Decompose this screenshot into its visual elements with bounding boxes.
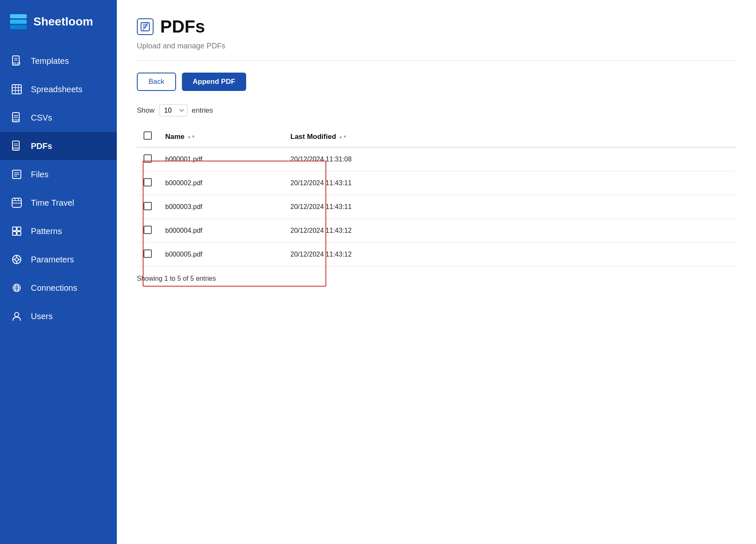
row-checkbox-2[interactable] (144, 202, 152, 210)
sidebar-item-csvs[interactable]: CSV CSVs (0, 103, 117, 132)
append-pdf-button[interactable]: Append PDF (182, 73, 246, 91)
parameters-icon (10, 253, 23, 266)
row-checkbox-cell (137, 195, 159, 219)
svg-rect-32 (17, 232, 21, 235)
page-subtitle: Upload and manage PDFs (137, 42, 736, 50)
sidebar-item-time-travel[interactable]: Time Travel (0, 189, 117, 217)
row-checkbox-0[interactable] (144, 154, 152, 163)
header-modified: Last Modified ▲▼ (284, 126, 736, 147)
sidebar-item-pdfs[interactable]: PDF PDFs (0, 132, 117, 160)
connections-icon (10, 281, 23, 295)
svg-rect-2 (10, 25, 27, 29)
row-name-0: b000001.pdf (159, 147, 284, 171)
sidebar-item-pdfs-label: PDFs (31, 141, 52, 151)
svg-point-34 (15, 258, 18, 261)
sidebar-item-parameters[interactable]: Parameters (0, 245, 117, 274)
svg-text:XLSX: XLSX (13, 62, 21, 65)
row-modified-1: 20/12/2024 11:43:11 (284, 171, 736, 195)
sidebar-item-files[interactable]: Files (0, 160, 117, 189)
pdf-table-wrapper: Name ▲▼ Last Modified ▲▼ (137, 126, 736, 267)
sidebar-item-users-label: Users (31, 312, 53, 321)
show-entries-control: Show 10 25 50 100 entries (137, 104, 736, 116)
sidebar-item-patterns-label: Patterns (31, 227, 62, 236)
sidebar-item-connections[interactable]: Connections (0, 274, 117, 302)
main-content: PDFs Upload and manage PDFs Back Append … (117, 0, 756, 544)
row-checkbox-cell (137, 219, 159, 243)
svg-point-43 (15, 312, 19, 317)
table-header-row: Name ▲▼ Last Modified ▲▼ (137, 126, 736, 147)
patterns-icon (10, 224, 23, 238)
sidebar-item-spreadsheets[interactable]: Spreadsheets (0, 75, 117, 103)
sidebar-item-users[interactable]: Users (0, 302, 117, 330)
row-checkbox-3[interactable] (144, 226, 152, 234)
page-title: PDFs (160, 17, 205, 37)
svg-rect-31 (13, 232, 16, 235)
row-modified-0: 20/12/2024 11:31:08 (284, 147, 736, 171)
row-modified-2: 20/12/2024 11:43:11 (284, 195, 736, 219)
table-body: b000001.pdf 20/12/2024 11:31:08 b000002.… (137, 147, 736, 267)
sidebar-item-parameters-label: Parameters (31, 255, 74, 264)
page-icon (137, 18, 154, 35)
modified-sort-icon[interactable]: ▲▼ (339, 134, 347, 139)
toolbar: Back Append PDF (137, 73, 736, 91)
table-row: b000005.pdf 20/12/2024 11:43:12 (137, 243, 736, 267)
svg-rect-0 (10, 14, 27, 18)
svg-rect-29 (13, 227, 16, 231)
sidebar-item-files-label: Files (31, 170, 48, 179)
svg-rect-24 (12, 198, 21, 207)
table-row: b000004.pdf 20/12/2024 11:43:12 (137, 219, 736, 243)
header-checkbox-cell (137, 126, 159, 147)
sidebar: Sheetloom XLSX Templates (0, 0, 117, 544)
row-name-4: b000005.pdf (159, 243, 284, 267)
logo-icon (8, 12, 28, 32)
entries-select[interactable]: 10 25 50 100 (159, 104, 188, 116)
row-checkbox-cell (137, 147, 159, 171)
app-name: Sheetloom (33, 15, 93, 28)
row-checkbox-cell (137, 243, 159, 267)
svg-rect-1 (10, 20, 27, 24)
row-checkbox-1[interactable] (144, 178, 152, 186)
table-row: b000003.pdf 20/12/2024 11:43:11 (137, 195, 736, 219)
sidebar-item-spreadsheets-label: Spreadsheets (31, 85, 82, 94)
row-modified-4: 20/12/2024 11:43:12 (284, 243, 736, 267)
row-modified-3: 20/12/2024 11:43:12 (284, 219, 736, 243)
name-sort-icon[interactable]: ▲▼ (187, 134, 195, 139)
svg-rect-7 (12, 85, 21, 94)
row-checkbox-cell (137, 171, 159, 195)
sidebar-item-templates-label: Templates (31, 56, 69, 66)
header-name: Name ▲▼ (159, 126, 284, 147)
page-header: PDFs (137, 17, 736, 37)
entries-label: entries (192, 106, 213, 115)
row-name-3: b000004.pdf (159, 219, 284, 243)
sidebar-item-time-travel-label: Time Travel (31, 198, 74, 208)
pdf-icon: PDF (10, 139, 23, 153)
files-icon (10, 168, 23, 181)
csv-icon: CSV (10, 111, 23, 124)
select-all-checkbox[interactable] (144, 131, 152, 140)
back-button[interactable]: Back (137, 73, 176, 91)
time-travel-icon (10, 196, 23, 209)
table-row: b000001.pdf 20/12/2024 11:31:08 (137, 147, 736, 171)
svg-text:PDF: PDF (13, 147, 19, 150)
sidebar-item-csvs-label: CSVs (31, 113, 52, 123)
row-name-1: b000002.pdf (159, 171, 284, 195)
sidebar-item-templates[interactable]: XLSX Templates (0, 47, 117, 75)
logo-area: Sheetloom (0, 0, 117, 43)
showing-text: Showing 1 to 5 of 5 entries (137, 275, 736, 282)
divider (137, 60, 736, 61)
show-label: Show (137, 106, 155, 115)
sidebar-item-connections-label: Connections (31, 283, 77, 293)
sidebar-nav: XLSX Templates Spreadsheets (0, 43, 117, 334)
row-name-2: b000003.pdf (159, 195, 284, 219)
users-icon (10, 310, 23, 323)
spreadsheet-icon (10, 83, 23, 96)
pdf-table: Name ▲▼ Last Modified ▲▼ (137, 126, 736, 267)
svg-rect-30 (17, 227, 21, 231)
svg-text:CSV: CSV (13, 118, 19, 121)
row-checkbox-4[interactable] (144, 249, 152, 258)
file-xlsx-icon: XLSX (10, 54, 23, 68)
sidebar-item-patterns[interactable]: Patterns (0, 217, 117, 245)
table-row: b000002.pdf 20/12/2024 11:43:11 (137, 171, 736, 195)
